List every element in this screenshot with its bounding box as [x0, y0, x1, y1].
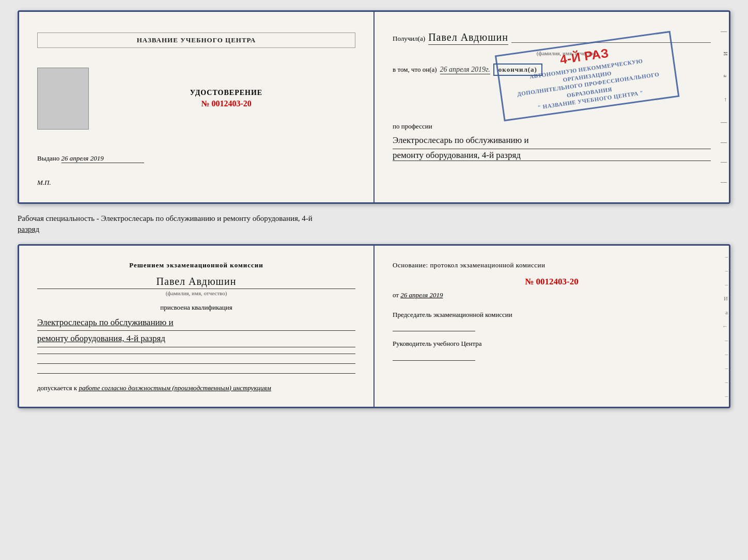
bottom-right-deco: – – – И а ← – – – – –	[720, 246, 729, 407]
bottom-fio-sub: (фамилия, имя, отчество)	[37, 290, 355, 296]
blank-line-1	[37, 354, 355, 354]
deco-i: И	[724, 295, 728, 301]
deco-dash: –	[725, 253, 728, 260]
qualification-line2: ремонту оборудования, 4-й разряд	[37, 331, 355, 347]
rukovoditel-block: Руководитель учебного Центра	[393, 339, 711, 361]
recipient-name: Павел Авдюшин	[428, 31, 508, 45]
deco-line	[721, 31, 727, 32]
deco-line	[721, 182, 727, 183]
right-side-deco: И а ←	[721, 12, 729, 202]
deco-dash: –	[725, 337, 728, 343]
profession-line-1: Электрослесарь по обслуживанию и	[393, 133, 711, 149]
ot-line: от 26 апреля 2019	[393, 291, 711, 299]
deco-dash: –	[725, 365, 728, 371]
dopuskaetsya-block: допускается к работе согласно должностны…	[37, 384, 355, 392]
protocol-number: № 0012403-20	[393, 277, 711, 287]
predsedatel-block: Председатель экзаменационной комиссии	[393, 310, 711, 332]
training-center-header: НАЗВАНИЕ УЧЕБНОГО ЦЕНТРА	[37, 33, 355, 48]
deco-line	[721, 122, 727, 123]
deco-char-a: а	[721, 75, 729, 77]
osnovanie-title: Основание: протокол экзаменационной коми…	[393, 260, 711, 270]
deco-dash: –	[725, 393, 728, 399]
profession-label: по профессии	[393, 122, 711, 131]
rukovoditel-label: Руководитель учебного Центра	[393, 340, 482, 347]
bottom-recipient-name: Павел Авдюшин	[37, 276, 355, 289]
bottom-booklet: Решением экзаменационной комиссии Павел …	[18, 244, 730, 408]
photo-placeholder	[37, 68, 89, 130]
deco-char-arrow: ←	[721, 97, 729, 103]
predsedatel-signature-line	[393, 331, 475, 331]
profession-block: по профессии Электрослесарь по обслужива…	[393, 122, 711, 161]
poluchil-label: Получил(а)	[393, 35, 425, 43]
deco-a: а	[725, 309, 728, 315]
middle-line2: разряд	[18, 225, 39, 233]
udostoverenie-title: УДОСТОВЕРЕНИЕ	[97, 89, 355, 97]
middle-description: Рабочая специальность - Электрослесарь п…	[18, 213, 730, 235]
top-left-page: НАЗВАНИЕ УЧЕБНОГО ЦЕНТРА УДОСТОВЕРЕНИЕ №…	[19, 12, 375, 202]
top-right-page: Получил(а) Павел Авдюшин (фамилия, имя, …	[375, 12, 729, 202]
udostoverenie-number: № 0012403-20	[97, 99, 355, 108]
profession-line-2: ремонту оборудования, 4-й разряд	[393, 150, 711, 161]
blank-line-2	[37, 363, 355, 364]
deco-dash: –	[725, 379, 728, 385]
deco-dash: –	[725, 281, 728, 287]
blank-line-3	[37, 373, 355, 374]
ot-date: 26 апреля 2019	[400, 291, 443, 299]
completion-date: 26 апреля 2019г.	[440, 66, 490, 74]
vydano-line: Выдано 26 апреля 2019	[37, 154, 355, 163]
bottom-right-page: Основание: протокол экзаменационной коми…	[375, 246, 729, 407]
vydano-date: 26 апреля 2019	[61, 154, 144, 163]
udostoverenie-block: УДОСТОВЕРЕНИЕ № 0012403-20	[97, 89, 355, 108]
middle-line1: Рабочая специальность - Электрослесарь п…	[18, 214, 313, 222]
vydano-label: Выдано	[37, 154, 59, 162]
ot-label: от	[393, 291, 399, 299]
deco-arrow: ←	[722, 323, 728, 329]
deco-line	[721, 162, 727, 163]
deco-line	[721, 142, 727, 143]
dopuskaetsya-label: допускается к	[37, 384, 77, 392]
deco-dash: –	[725, 267, 728, 274]
predsedatel-label: Председатель экзаменационной комиссии	[393, 311, 512, 318]
deco-dash: –	[725, 351, 728, 357]
rukovoditel-signature-line	[393, 360, 475, 361]
resheniyem-title: Решением экзаменационной комиссии	[37, 260, 355, 270]
top-booklet: НАЗВАНИЕ УЧЕБНОГО ЦЕНТРА УДОСТОВЕРЕНИЕ №…	[18, 10, 730, 204]
mp-label: М.П.	[37, 179, 355, 187]
qualification-line1: Электрослесарь по обслуживанию и	[37, 315, 355, 331]
dopusk-text: работе согласно должностным (производств…	[79, 384, 271, 392]
deco-char-i: И	[721, 52, 729, 56]
blank-lines	[37, 354, 355, 374]
prisvoena-label: присвоена квалификация	[37, 303, 355, 312]
left-content-row: УДОСТОВЕРЕНИЕ № 0012403-20	[37, 68, 355, 130]
vtom-label: в том, что он(а)	[393, 66, 437, 74]
bottom-left-page: Решением экзаменационной комиссии Павел …	[19, 246, 375, 407]
